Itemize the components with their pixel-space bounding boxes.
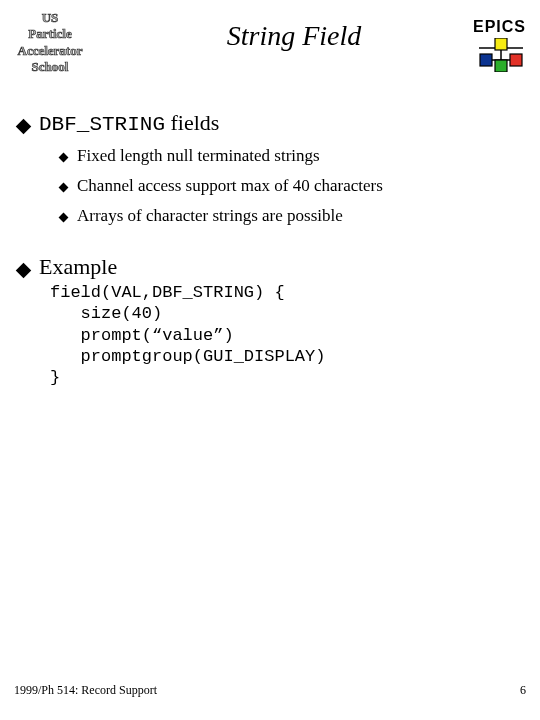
bullet-level2: Fixed length null terminated strings — [60, 146, 530, 166]
epics-logo-icon — [476, 38, 526, 72]
bullet-level2: Arrays of character strings are possible — [60, 206, 530, 226]
bullet-text: Channel access support max of 40 charact… — [77, 176, 383, 196]
bullet-text: Example — [39, 254, 117, 280]
logo-line-2: Particle — [10, 26, 90, 42]
bullet-suffix: fields — [165, 110, 219, 135]
code-term: DBF_STRING — [39, 113, 165, 136]
epics-label: EPICS — [473, 18, 526, 36]
diamond-bullet-icon — [59, 183, 69, 193]
epics-branding: EPICS — [473, 8, 530, 72]
svg-rect-3 — [495, 38, 507, 50]
bullet-text: Arrays of character strings are possible — [77, 206, 343, 226]
logo-line-1: US — [10, 10, 90, 26]
bullet-text: Fixed length null terminated strings — [77, 146, 320, 166]
diamond-bullet-icon — [16, 119, 32, 135]
svg-rect-4 — [480, 54, 492, 66]
uspas-logo: US Particle Accelerator School — [10, 8, 90, 75]
svg-rect-6 — [510, 54, 522, 66]
logo-line-3: Accelerator — [10, 43, 90, 59]
footer-left: 1999/Ph 514: Record Support — [14, 683, 157, 698]
page-number: 6 — [520, 683, 526, 698]
logo-line-4: School — [10, 59, 90, 75]
sub-bullet-list: Fixed length null terminated strings Cha… — [18, 146, 530, 226]
diamond-bullet-icon — [59, 153, 69, 163]
code-example: field(VAL,DBF_STRING) { size(40) prompt(… — [18, 282, 530, 388]
slide-body: DBF_STRING fields Fixed length null term… — [0, 90, 540, 388]
bullet-level2: Channel access support max of 40 charact… — [60, 176, 530, 196]
slide-footer: 1999/Ph 514: Record Support 6 — [14, 683, 526, 698]
bullet-text: DBF_STRING fields — [39, 110, 219, 136]
bullet-level1: DBF_STRING fields — [18, 110, 530, 136]
bullet-level1: Example — [18, 254, 530, 280]
diamond-bullet-icon — [59, 213, 69, 223]
diamond-bullet-icon — [16, 263, 32, 279]
slide-header: US Particle Accelerator School String Fi… — [0, 0, 540, 90]
slide-title: String Field — [90, 8, 473, 52]
svg-rect-5 — [495, 60, 507, 72]
